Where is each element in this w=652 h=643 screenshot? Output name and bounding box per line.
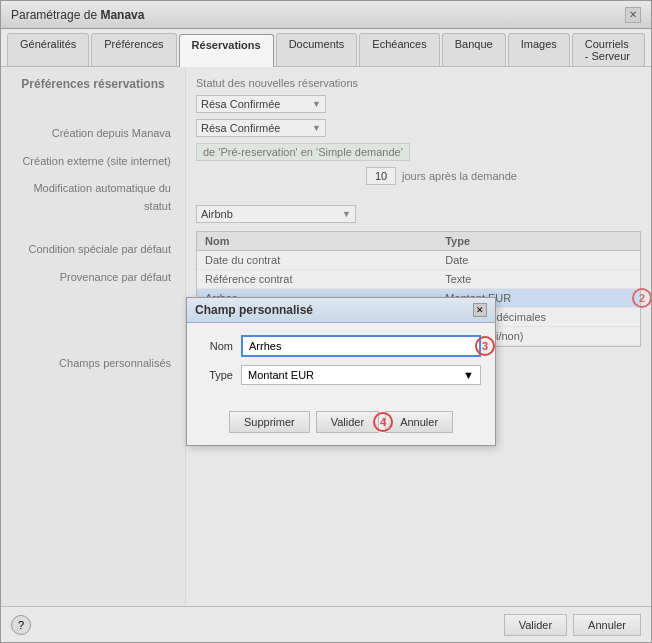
tab-preferences[interactable]: Préférences — [91, 33, 176, 66]
dialog-type-label: Type — [201, 369, 241, 381]
chevron-down-icon-4: ▼ — [463, 369, 474, 381]
circle-3: 3 — [475, 336, 495, 356]
close-button[interactable]: ✕ — [625, 7, 641, 23]
dialog-nom-input[interactable] — [241, 335, 481, 357]
dialog-type-row: Type Montant EUR ▼ — [201, 365, 481, 385]
dialog-nom-label: Nom — [201, 340, 241, 352]
bottom-buttons: Valider Annuler — [504, 614, 641, 636]
tab-images[interactable]: Images — [508, 33, 570, 66]
main-window: Paramétrage de Manava ✕ Généralités Préf… — [0, 0, 652, 643]
valider-main-button[interactable]: Valider — [504, 614, 567, 636]
bottom-bar: ? Valider Annuler — [1, 606, 651, 642]
annuler-dialog-button[interactable]: Annuler — [385, 411, 453, 433]
valider-dialog-button[interactable]: Valider — [316, 411, 379, 433]
help-button[interactable]: ? — [11, 615, 31, 635]
dialog-nom-row: Nom 3 — [201, 335, 481, 357]
tab-documents[interactable]: Documents — [276, 33, 358, 66]
dialog-title: Champ personnalisé — [195, 303, 313, 317]
tab-courriels[interactable]: Courriels - Serveur — [572, 33, 645, 66]
annuler-main-button[interactable]: Annuler — [573, 614, 641, 636]
tab-banque[interactable]: Banque — [442, 33, 506, 66]
dialog-body: Nom 3 Type Montant EUR ▼ — [187, 323, 495, 405]
dialog-buttons: Supprimer Valider 4 Annuler — [187, 405, 495, 445]
tab-reservations[interactable]: Réservations — [179, 34, 274, 67]
title-bar: Paramétrage de Manava ✕ — [1, 1, 651, 29]
circle-4: 4 — [373, 412, 393, 432]
custom-field-dialog: Champ personnalisé ✕ Nom 3 Type Montant … — [186, 297, 496, 446]
tab-bar: Généralités Préférences Réservations Doc… — [1, 29, 651, 67]
supprimer-button[interactable]: Supprimer — [229, 411, 310, 433]
tab-generalites[interactable]: Généralités — [7, 33, 89, 66]
window-title: Paramétrage de Manava — [11, 8, 144, 22]
tab-echeances[interactable]: Echéances — [359, 33, 439, 66]
dialog-title-bar: Champ personnalisé ✕ — [187, 298, 495, 323]
content-area: Préférences réservations Création depuis… — [1, 67, 651, 606]
dialog-close-button[interactable]: ✕ — [473, 303, 487, 317]
dialog-type-select[interactable]: Montant EUR ▼ — [241, 365, 481, 385]
